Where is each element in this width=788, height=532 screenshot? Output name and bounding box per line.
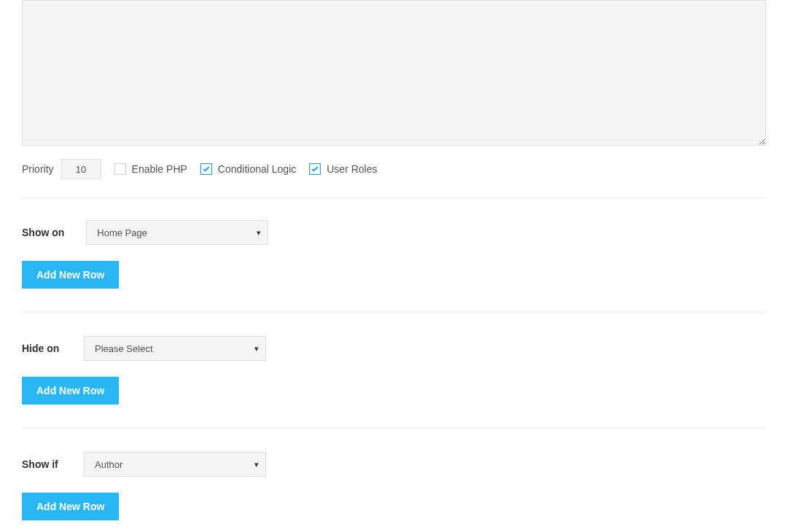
show-on-select-wrapper: Home Page (86, 220, 268, 245)
show-on-section: Show on Home Page Add New Row (22, 220, 766, 313)
hide-on-select[interactable]: Please Select (84, 336, 266, 361)
conditional-logic-group: Conditional Logic (200, 163, 296, 175)
priority-group: Priority (22, 159, 101, 179)
conditional-logic-label: Conditional Logic (218, 163, 296, 175)
enable-php-group: Enable PHP (114, 163, 187, 175)
show-if-label: Show if (22, 458, 62, 470)
show-if-select[interactable]: Author (84, 452, 266, 477)
hide-on-row: Hide on Please Select (22, 336, 766, 361)
code-textarea[interactable] (22, 0, 766, 146)
user-roles-label: User Roles (327, 163, 377, 175)
check-icon (202, 165, 211, 173)
hide-on-select-wrapper: Please Select (84, 336, 266, 361)
priority-input[interactable] (61, 159, 101, 179)
hide-on-section: Hide on Please Select Add New Row (22, 336, 766, 429)
show-on-row: Show on Home Page (22, 220, 766, 245)
show-on-add-row-button[interactable]: Add New Row (22, 261, 119, 289)
show-if-add-row-button[interactable]: Add New Row (22, 493, 119, 520)
hide-on-add-row-button[interactable]: Add New Row (22, 377, 119, 404)
user-roles-group: User Roles (309, 163, 377, 175)
show-if-row: Show if Author (22, 452, 766, 477)
show-on-select[interactable]: Home Page (86, 220, 268, 245)
hide-on-label: Hide on (22, 343, 62, 354)
show-if-section: Show if Author Add New Row (22, 452, 766, 532)
user-roles-checkbox[interactable] (309, 163, 321, 175)
priority-label: Priority (22, 163, 54, 175)
enable-php-checkbox[interactable] (114, 163, 126, 175)
options-row: Priority Enable PHP Conditional Logic Us… (22, 159, 766, 198)
show-on-label: Show on (22, 227, 64, 238)
conditional-logic-checkbox[interactable] (200, 163, 212, 175)
check-icon (311, 165, 319, 173)
show-if-select-wrapper: Author (84, 452, 266, 477)
enable-php-label: Enable PHP (132, 163, 187, 175)
